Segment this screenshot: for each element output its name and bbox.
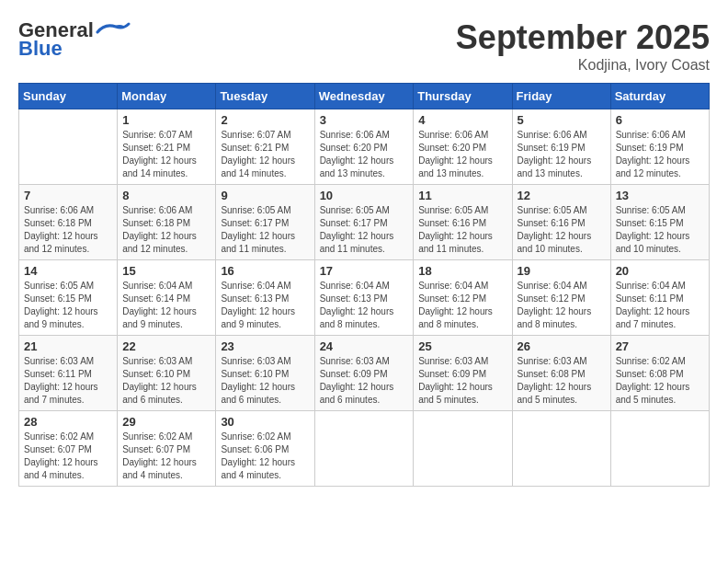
calendar-cell: 27Sunrise: 6:02 AM Sunset: 6:08 PM Dayli…: [610, 336, 709, 411]
day-number: 13: [616, 189, 704, 202]
day-number: 24: [320, 339, 409, 353]
day-info: Sunrise: 6:06 AM Sunset: 6:18 PM Dayligh…: [24, 204, 112, 256]
day-number: 22: [122, 339, 210, 353]
day-info: Sunrise: 6:07 AM Sunset: 6:21 PM Dayligh…: [221, 129, 309, 180]
calendar-cell: 30Sunrise: 6:02 AM Sunset: 6:06 PM Dayli…: [216, 411, 314, 487]
day-info: Sunrise: 6:03 AM Sunset: 6:09 PM Dayligh…: [320, 355, 409, 407]
weekday-header: Friday: [512, 84, 610, 109]
calendar-cell: [610, 411, 709, 487]
calendar-table: SundayMondayTuesdayWednesdayThursdayFrid…: [18, 83, 710, 487]
day-number: 2: [221, 113, 309, 127]
day-info: Sunrise: 6:06 AM Sunset: 6:19 PM Dayligh…: [616, 129, 704, 180]
calendar-week-row: 1Sunrise: 6:07 AM Sunset: 6:21 PM Daylig…: [19, 109, 710, 185]
calendar-cell: 6Sunrise: 6:06 AM Sunset: 6:19 PM Daylig…: [610, 109, 709, 185]
day-info: Sunrise: 6:04 AM Sunset: 6:12 PM Dayligh…: [418, 280, 506, 331]
day-number: 5: [518, 113, 606, 127]
calendar-cell: 15Sunrise: 6:04 AM Sunset: 6:14 PM Dayli…: [118, 260, 216, 336]
day-info: Sunrise: 6:03 AM Sunset: 6:10 PM Dayligh…: [221, 355, 309, 407]
day-info: Sunrise: 6:02 AM Sunset: 6:08 PM Dayligh…: [616, 355, 704, 407]
calendar-cell: [414, 411, 512, 487]
day-number: 4: [418, 113, 506, 127]
calendar-cell: 17Sunrise: 6:04 AM Sunset: 6:13 PM Dayli…: [314, 260, 414, 336]
day-info: Sunrise: 6:02 AM Sunset: 6:06 PM Dayligh…: [221, 431, 309, 482]
day-number: 3: [320, 113, 409, 127]
day-info: Sunrise: 6:07 AM Sunset: 6:21 PM Dayligh…: [122, 129, 210, 180]
weekday-header: Saturday: [610, 84, 709, 109]
calendar-cell: 29Sunrise: 6:02 AM Sunset: 6:07 PM Dayli…: [118, 411, 216, 487]
calendar-cell: 25Sunrise: 6:03 AM Sunset: 6:09 PM Dayli…: [414, 336, 512, 411]
calendar-cell: 13Sunrise: 6:05 AM Sunset: 6:15 PM Dayli…: [610, 185, 709, 260]
calendar-cell: 28Sunrise: 6:02 AM Sunset: 6:07 PM Dayli…: [19, 411, 118, 487]
day-info: Sunrise: 6:02 AM Sunset: 6:07 PM Dayligh…: [122, 431, 210, 482]
calendar-cell: 14Sunrise: 6:05 AM Sunset: 6:15 PM Dayli…: [19, 260, 118, 336]
day-number: 7: [24, 189, 112, 202]
day-number: 15: [122, 264, 210, 278]
calendar-cell: 23Sunrise: 6:03 AM Sunset: 6:10 PM Dayli…: [216, 336, 314, 411]
day-info: Sunrise: 6:06 AM Sunset: 6:19 PM Dayligh…: [518, 129, 606, 180]
day-number: 27: [616, 339, 704, 353]
day-info: Sunrise: 6:06 AM Sunset: 6:18 PM Dayligh…: [122, 204, 210, 256]
month-title: September 2025: [456, 18, 710, 57]
calendar-cell: 19Sunrise: 6:04 AM Sunset: 6:12 PM Dayli…: [512, 260, 610, 336]
day-number: 19: [518, 264, 606, 278]
calendar-cell: 3Sunrise: 6:06 AM Sunset: 6:20 PM Daylig…: [314, 109, 414, 185]
weekday-header: Monday: [118, 84, 216, 109]
day-info: Sunrise: 6:03 AM Sunset: 6:11 PM Dayligh…: [24, 355, 112, 407]
day-info: Sunrise: 6:06 AM Sunset: 6:20 PM Dayligh…: [320, 129, 409, 180]
title-area: September 2025 Kodjina, Ivory Coast: [456, 18, 710, 74]
calendar-cell: 1Sunrise: 6:07 AM Sunset: 6:21 PM Daylig…: [118, 109, 216, 185]
calendar-cell: 21Sunrise: 6:03 AM Sunset: 6:11 PM Dayli…: [19, 336, 118, 411]
day-number: 26: [518, 339, 606, 353]
day-number: 14: [24, 264, 112, 278]
calendar-cell: 5Sunrise: 6:06 AM Sunset: 6:19 PM Daylig…: [512, 109, 610, 185]
calendar-cell: 26Sunrise: 6:03 AM Sunset: 6:08 PM Dayli…: [512, 336, 610, 411]
day-number: 1: [122, 113, 210, 127]
calendar-cell: 11Sunrise: 6:05 AM Sunset: 6:16 PM Dayli…: [414, 185, 512, 260]
calendar-week-row: 21Sunrise: 6:03 AM Sunset: 6:11 PM Dayli…: [19, 336, 710, 411]
calendar-cell: 8Sunrise: 6:06 AM Sunset: 6:18 PM Daylig…: [118, 185, 216, 260]
day-info: Sunrise: 6:05 AM Sunset: 6:15 PM Dayligh…: [24, 280, 112, 331]
day-number: 28: [24, 415, 112, 429]
calendar-cell: 16Sunrise: 6:04 AM Sunset: 6:13 PM Dayli…: [216, 260, 314, 336]
calendar-cell: 22Sunrise: 6:03 AM Sunset: 6:10 PM Dayli…: [118, 336, 216, 411]
day-number: 18: [418, 264, 506, 278]
calendar-week-row: 7Sunrise: 6:06 AM Sunset: 6:18 PM Daylig…: [19, 185, 710, 260]
day-number: 12: [518, 189, 606, 202]
calendar-cell: [19, 109, 118, 185]
logo-blue: Blue: [18, 37, 63, 61]
day-number: 25: [418, 339, 506, 353]
day-info: Sunrise: 6:04 AM Sunset: 6:13 PM Dayligh…: [320, 280, 409, 331]
weekday-header: Sunday: [19, 84, 118, 109]
day-number: 11: [418, 189, 506, 202]
day-info: Sunrise: 6:05 AM Sunset: 6:16 PM Dayligh…: [418, 204, 506, 256]
logo: General Blue: [18, 18, 131, 61]
calendar-cell: [512, 411, 610, 487]
calendar-cell: 2Sunrise: 6:07 AM Sunset: 6:21 PM Daylig…: [216, 109, 314, 185]
weekday-header: Tuesday: [216, 84, 314, 109]
calendar-cell: 4Sunrise: 6:06 AM Sunset: 6:20 PM Daylig…: [414, 109, 512, 185]
day-info: Sunrise: 6:03 AM Sunset: 6:09 PM Dayligh…: [418, 355, 506, 407]
day-info: Sunrise: 6:06 AM Sunset: 6:20 PM Dayligh…: [418, 129, 506, 180]
calendar-cell: 12Sunrise: 6:05 AM Sunset: 6:16 PM Dayli…: [512, 185, 610, 260]
day-info: Sunrise: 6:04 AM Sunset: 6:12 PM Dayligh…: [518, 280, 606, 331]
day-number: 17: [320, 264, 409, 278]
day-info: Sunrise: 6:05 AM Sunset: 6:16 PM Dayligh…: [518, 204, 606, 256]
calendar-cell: 20Sunrise: 6:04 AM Sunset: 6:11 PM Dayli…: [610, 260, 709, 336]
day-number: 10: [320, 189, 409, 202]
day-number: 8: [122, 189, 210, 202]
logo-bird-icon: [96, 21, 131, 36]
page-header: General Blue September 2025 Kodjina, Ivo…: [18, 18, 710, 74]
day-info: Sunrise: 6:02 AM Sunset: 6:07 PM Dayligh…: [24, 431, 112, 482]
day-number: 20: [616, 264, 704, 278]
calendar-week-row: 28Sunrise: 6:02 AM Sunset: 6:07 PM Dayli…: [19, 411, 710, 487]
location: Kodjina, Ivory Coast: [456, 57, 710, 74]
day-number: 23: [221, 339, 309, 353]
day-info: Sunrise: 6:04 AM Sunset: 6:13 PM Dayligh…: [221, 280, 309, 331]
calendar-cell: 7Sunrise: 6:06 AM Sunset: 6:18 PM Daylig…: [19, 185, 118, 260]
day-number: 21: [24, 339, 112, 353]
day-number: 16: [221, 264, 309, 278]
calendar-cell: 24Sunrise: 6:03 AM Sunset: 6:09 PM Dayli…: [314, 336, 414, 411]
day-info: Sunrise: 6:05 AM Sunset: 6:15 PM Dayligh…: [616, 204, 704, 256]
day-number: 6: [616, 113, 704, 127]
calendar-header-row: SundayMondayTuesdayWednesdayThursdayFrid…: [19, 84, 710, 109]
